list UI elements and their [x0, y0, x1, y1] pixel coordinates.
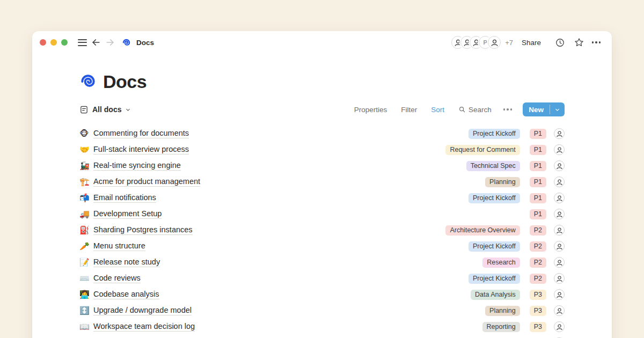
assignee-avatar[interactable] — [554, 289, 565, 300]
search-icon — [458, 106, 466, 113]
assignee-avatar[interactable] — [554, 160, 565, 171]
doc-name-link[interactable]: Development Setup — [93, 209, 162, 219]
doc-type-tag[interactable]: Project Kickoff — [469, 193, 520, 203]
doc-type-tag[interactable]: Architecture Overview — [445, 225, 519, 236]
more-options-icon[interactable] — [589, 35, 603, 49]
properties-button[interactable]: Properties — [354, 106, 387, 114]
doc-type-tag[interactable]: Planning — [485, 306, 520, 316]
priority-badge[interactable]: P1 — [530, 145, 546, 155]
doc-name-link[interactable]: Code reviews — [93, 274, 141, 283]
doc-row[interactable]: 📝 Release note study Research P2 — [79, 254, 565, 270]
new-doc-dropdown[interactable] — [550, 102, 565, 116]
priority-badge[interactable]: P1 — [530, 193, 546, 203]
back-arrow-icon[interactable] — [89, 35, 103, 49]
priority-badge[interactable]: P3 — [530, 306, 546, 316]
collaborator-overflow-count: +7 — [505, 39, 513, 47]
doc-name-link[interactable]: Acme for product management — [93, 177, 200, 187]
assignee-avatar[interactable] — [554, 321, 565, 332]
new-doc-label: New — [523, 102, 550, 116]
doc-name-link[interactable]: Workspace team decision log — [93, 322, 195, 332]
doc-row[interactable]: 📖 Workspace team decision log Reporting … — [79, 319, 565, 335]
doc-name-link[interactable]: Real-time syncing engine — [93, 161, 181, 171]
assignee-avatar[interactable] — [554, 257, 565, 268]
minimize-window-button[interactable] — [50, 39, 57, 46]
doc-type-tag[interactable]: Request for Comment — [445, 145, 519, 155]
assignee-avatar[interactable] — [554, 177, 565, 187]
app-window: Docs P +7 Share Docs All docs Properties — [32, 31, 612, 338]
doc-list: 🐵 Commenting for documents Project Kicko… — [79, 126, 565, 338]
priority-badge[interactable]: P1 — [530, 161, 546, 171]
zoom-window-button[interactable] — [61, 39, 68, 46]
priority-badge[interactable]: P3 — [530, 322, 546, 332]
doc-name-link[interactable]: Upgrade / downgrade model — [93, 306, 192, 315]
doc-type-tag[interactable]: Data Analysis — [471, 290, 520, 300]
star-icon[interactable] — [572, 35, 586, 49]
doc-emoji-icon: 🥕 — [79, 243, 93, 251]
doc-name-link[interactable]: Release note study — [93, 258, 160, 267]
doc-emoji-icon: 📬 — [79, 194, 93, 202]
sort-button[interactable]: Sort — [431, 106, 444, 114]
doc-name-link[interactable]: Codebase analysis — [93, 290, 159, 299]
priority-badge[interactable]: P1 — [530, 209, 546, 219]
titlebar: Docs P +7 Share — [32, 31, 612, 54]
hamburger-menu-icon[interactable] — [75, 35, 89, 49]
doc-row[interactable]: 👩‍💻 Codebase analysis Data Analysis P3 — [79, 286, 565, 303]
doc-type-tag[interactable]: Project Kickoff — [469, 241, 520, 252]
doc-row[interactable]: 🦜 Performance review feedback Research P… — [79, 335, 565, 338]
doc-row[interactable]: 🚚 Development Setup P1 — [79, 206, 565, 222]
assignee-avatar[interactable] — [554, 241, 565, 252]
doc-row[interactable]: ⌨️ Code reviews Project Kickoff P2 — [79, 270, 565, 286]
doc-type-tag[interactable]: Research — [482, 258, 520, 268]
priority-badge[interactable]: P3 — [530, 290, 546, 300]
doc-name-link[interactable]: Sharding Postgres instances — [93, 225, 193, 235]
priority-badge[interactable]: P2 — [530, 241, 546, 252]
doc-type-tag[interactable]: Project Kickoff — [469, 274, 520, 284]
coda-logo-icon — [119, 35, 133, 49]
table-toolbar: All docs Properties Filter Sort Search N… — [79, 102, 565, 117]
toolbar-more-icon[interactable] — [503, 108, 513, 111]
doc-row[interactable]: 🥕 Menu structure Project Kickoff P2 — [79, 238, 565, 254]
doc-type-tag[interactable]: Project Kickoff — [469, 129, 520, 139]
doc-row[interactable]: 🏗️ Acme for product management Planning … — [79, 174, 565, 190]
collaborator-avatars[interactable]: P — [451, 36, 501, 49]
priority-badge[interactable]: P2 — [530, 274, 546, 284]
search-button[interactable]: Search — [458, 106, 492, 114]
assignee-avatar[interactable] — [554, 193, 565, 203]
collaborator-avatar[interactable] — [488, 36, 501, 49]
doc-row[interactable]: 🐵 Commenting for documents Project Kicko… — [79, 126, 565, 142]
history-icon[interactable] — [553, 35, 567, 49]
page-header: Docs — [79, 70, 565, 93]
new-doc-button[interactable]: New — [523, 102, 565, 116]
view-selector-dropdown[interactable]: All docs — [79, 105, 131, 114]
doc-row[interactable]: 📬 Email notifications Project Kickoff P1 — [79, 190, 565, 206]
coda-logo-icon — [79, 73, 97, 90]
priority-badge[interactable]: P1 — [530, 129, 546, 139]
assignee-avatar[interactable] — [554, 144, 565, 155]
forward-arrow-icon[interactable] — [103, 35, 117, 49]
share-button[interactable]: Share — [522, 39, 541, 47]
assignee-avatar[interactable] — [554, 128, 565, 139]
assignee-avatar[interactable] — [554, 209, 565, 219]
doc-row[interactable]: ⛽ Sharding Postgres instances Architectu… — [79, 222, 565, 238]
priority-badge[interactable]: P2 — [530, 258, 546, 268]
close-window-button[interactable] — [40, 39, 46, 46]
doc-emoji-icon: ↕️ — [79, 307, 93, 315]
assignee-avatar[interactable] — [554, 305, 565, 316]
assignee-avatar[interactable] — [554, 273, 565, 284]
doc-name-link[interactable]: Menu structure — [93, 241, 145, 251]
doc-name-link[interactable]: Commenting for documents — [93, 129, 189, 138]
doc-emoji-icon: 📝 — [79, 259, 93, 267]
filter-button[interactable]: Filter — [401, 106, 417, 114]
doc-type-tag[interactable]: Planning — [485, 177, 520, 187]
doc-row[interactable]: 🤝 Full-stack interview process Request f… — [79, 142, 565, 158]
doc-type-tag[interactable]: Reporting — [482, 322, 520, 332]
priority-badge[interactable]: P1 — [530, 177, 546, 187]
doc-row[interactable]: 🚂 Real-time syncing engine Technical Spe… — [79, 158, 565, 174]
doc-row[interactable]: ↕️ Upgrade / downgrade model Planning P3 — [79, 303, 565, 319]
doc-emoji-icon: ⌨️ — [79, 275, 93, 283]
priority-badge[interactable]: P2 — [530, 225, 546, 236]
doc-name-link[interactable]: Full-stack interview process — [93, 145, 189, 155]
doc-name-link[interactable]: Email notifications — [93, 193, 156, 203]
doc-type-tag[interactable]: Technical Spec — [466, 161, 520, 171]
assignee-avatar[interactable] — [554, 225, 565, 236]
